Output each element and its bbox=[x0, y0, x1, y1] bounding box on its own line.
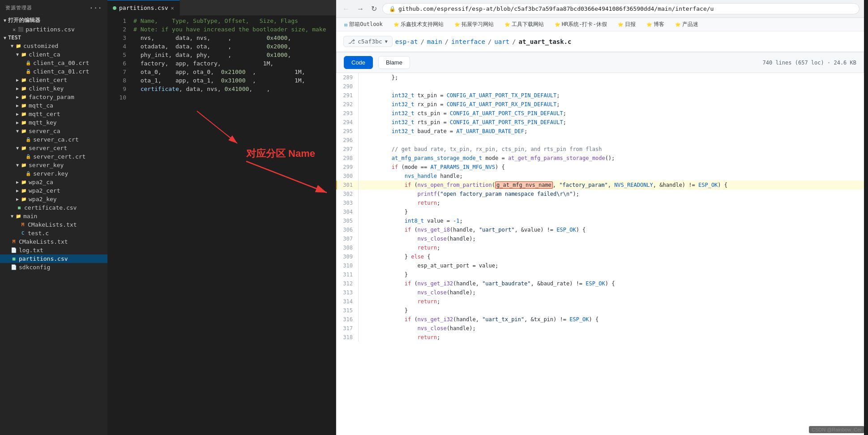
breadcrumb-interface[interactable]: interface bbox=[451, 38, 485, 45]
bookmark-product-label: 产品迷 bbox=[682, 21, 698, 28]
browser-forward-btn[interactable]: → bbox=[355, 3, 366, 15]
browser-refresh-btn[interactable]: ↻ bbox=[369, 3, 379, 15]
bookmark-blog[interactable]: ⭐ 博客 bbox=[643, 20, 668, 29]
bookmarks-bar: ✉ 部箱Outlook ⭐ 乐鑫技术支持网站 ⭐ 拓展学习网站 ⭐ 工具下载网站… bbox=[336, 18, 864, 31]
folder-client-key-label: client_key bbox=[29, 85, 64, 92]
address-bar[interactable]: 🔒 github.com/espressif/esp-at/blob/c5af3… bbox=[382, 3, 859, 14]
csv-dot bbox=[113, 6, 116, 10]
file-partitions-csv[interactable]: ■ partitions.csv bbox=[0, 254, 107, 263]
gh-line-306: 306 if (nvs_get_i8(handle, "uart_port", … bbox=[336, 225, 864, 234]
folder-client-ca[interactable]: ▼ 📁 client_ca bbox=[0, 50, 107, 59]
folder-mqtt-ca-label: mqtt_ca bbox=[29, 102, 53, 109]
tab-blame[interactable]: Blame bbox=[378, 56, 410, 69]
folder-mqtt-ca[interactable]: ▶ 📁 mqtt_ca bbox=[0, 101, 107, 110]
code-line-5: phy_init, data, phy, , 0x1000, bbox=[133, 51, 336, 59]
bookmark-product[interactable]: ⭐ 产品迷 bbox=[671, 20, 702, 29]
sidebar: 资源管理器 ··· ▼ 打开的编辑器 ✕ ⬛ partitions.csv ▼ … bbox=[0, 0, 107, 435]
file-test-c[interactable]: C test.c bbox=[0, 229, 107, 237]
file-client-ca-00[interactable]: 🔒 client_ca_00.crt bbox=[0, 59, 107, 67]
folder-customized[interactable]: ▼ 📁 customized bbox=[0, 42, 107, 50]
breadcrumb-main[interactable]: main bbox=[427, 38, 442, 45]
file-sdkconfig[interactable]: 📄 sdkconfig bbox=[0, 263, 107, 271]
github-code-view[interactable]: 289 }; 290 291 int32_t tx_pin = CONFIG_A… bbox=[336, 73, 864, 387]
open-editors-arrow: ▼ bbox=[4, 18, 6, 23]
m-icon-cmakelists-root: M bbox=[11, 239, 17, 245]
file-certificate-csv[interactable]: ■ certificate.csv bbox=[0, 203, 107, 212]
github-breadcrumb: ⎇ c5af3bc ▼ esp-at / main / interface / … bbox=[336, 31, 864, 52]
folder-client-cert[interactable]: ▶ 📁 client_cert bbox=[0, 76, 107, 84]
tab-code[interactable]: Code bbox=[344, 56, 373, 69]
bookmark-blog-label: 博客 bbox=[654, 21, 664, 28]
ln-8: 8 bbox=[107, 76, 126, 85]
file-server-key[interactable]: 🔒 server.key bbox=[0, 169, 107, 178]
file-server-ca-crt[interactable]: 🔒 server_ca.crt bbox=[0, 135, 107, 144]
folder-main[interactable]: ▼ 📁 main bbox=[0, 212, 107, 220]
file-log-txt[interactable]: 📄 log.txt bbox=[0, 246, 107, 254]
gh-line-290: 290 bbox=[336, 82, 864, 91]
lock-icon-server-cert: 🔒 bbox=[25, 154, 31, 160]
folder-wpa2-cert[interactable]: ▶ 📁 wpa2_cert bbox=[0, 186, 107, 195]
m-icon-cmakelists-main: M bbox=[20, 222, 26, 228]
folder-mqtt-cert[interactable]: ▶ 📁 mqtt_cert bbox=[0, 110, 107, 118]
tools-icon: ⭐ bbox=[505, 22, 510, 27]
bookmark-daily[interactable]: ⭐ 日报 bbox=[614, 20, 639, 29]
file-client-ca-01[interactable]: 🔒 client_ca_01.crt bbox=[0, 67, 107, 76]
file-server-cert-crt-label: server_cert.crt bbox=[33, 153, 86, 160]
folder-mqtt-key[interactable]: ▶ 📁 mqtt_key bbox=[0, 118, 107, 127]
folder-factory-param[interactable]: ▶ 📁 factory_param bbox=[0, 93, 107, 101]
file-log-txt-label: log.txt bbox=[19, 247, 43, 254]
folder-server-key[interactable]: ▼ 📁 server_key bbox=[0, 161, 107, 169]
line-numbers: 1 2 3 4 5 6 7 8 9 10 bbox=[107, 16, 130, 435]
test-section[interactable]: ▼ TEST bbox=[0, 34, 107, 42]
bookmark-tools[interactable]: ⭐ 工具下载网站 bbox=[501, 20, 547, 29]
sidebar-scroll[interactable]: ▼ 打开的编辑器 ✕ ⬛ partitions.csv ▼ TEST ▼ 📁 c… bbox=[0, 16, 107, 435]
file-cmakelists-main[interactable]: M CMakeLists.txt bbox=[0, 220, 107, 229]
folder-server-cert[interactable]: ▼ 📁 server_cert bbox=[0, 144, 107, 152]
file-server-cert-crt[interactable]: 🔒 server_cert.crt bbox=[0, 152, 107, 161]
breadcrumb-esp-at[interactable]: esp-at bbox=[395, 38, 418, 45]
open-editors-section[interactable]: ▼ 打开的编辑器 bbox=[0, 16, 107, 25]
close-icon[interactable]: ✕ bbox=[13, 26, 16, 33]
sep-4: / bbox=[512, 38, 516, 45]
folder-client-key[interactable]: ▶ 📁 client_key bbox=[0, 84, 107, 93]
bookmark-lx-tech[interactable]: ⭐ 乐鑫技术支持网站 bbox=[390, 20, 447, 29]
editor-tab-partitions[interactable]: partitions.csv ✕ bbox=[107, 0, 180, 16]
code-line-10 bbox=[133, 93, 336, 102]
sidebar-menu-btn[interactable]: ··· bbox=[89, 4, 102, 12]
branch-selector[interactable]: ⎇ c5af3bc ▼ bbox=[343, 36, 393, 47]
gh-line-312: 312 if (nvs_get_i32(handle, "uart_baudra… bbox=[336, 279, 864, 288]
ln-10: 10 bbox=[107, 93, 126, 102]
lx-tech-icon: ⭐ bbox=[393, 22, 399, 27]
editor-tab-close[interactable]: ✕ bbox=[171, 5, 174, 11]
folder-server-ca[interactable]: ▼ 📁 server_ca bbox=[0, 127, 107, 135]
ln-4: 4 bbox=[107, 42, 126, 51]
code-line-8: ota_1, app, ota_1, 0x31000 , 1M, bbox=[133, 76, 336, 85]
annotation-area: partitions.csv ✕ 1 2 3 4 5 6 7 8 9 10 # … bbox=[107, 0, 336, 435]
ln-6: 6 bbox=[107, 59, 126, 68]
folder-icon-factory-param: 📁 bbox=[21, 94, 27, 100]
bookmark-daily-label: 日报 bbox=[625, 21, 636, 28]
code-editor[interactable]: 1 2 3 4 5 6 7 8 9 10 # Name, Type, SubTy… bbox=[107, 16, 336, 435]
branch-name: c5af3bc bbox=[358, 38, 382, 45]
breadcrumb-uart[interactable]: uart bbox=[494, 38, 509, 45]
folder-wpa2-cert-label: wpa2_cert bbox=[29, 187, 60, 194]
lock-icon-ca00: 🔒 bbox=[25, 60, 31, 66]
folder-wpa2-key[interactable]: ▶ 📁 wpa2_key bbox=[0, 195, 107, 203]
bookmark-outlook[interactable]: ✉ 部箱Outlook bbox=[341, 20, 386, 29]
folder-icon-customized: 📁 bbox=[15, 43, 21, 49]
bookmark-hr[interactable]: ⭐ HR系统-打卡-休假 bbox=[551, 20, 611, 29]
browser-back-btn[interactable]: ← bbox=[341, 3, 351, 15]
bookmark-expand[interactable]: ⭐ 拓展学习网站 bbox=[451, 20, 497, 29]
code-line-1: # Name, Type, SubType, Offset, Size, Fla… bbox=[133, 17, 336, 25]
open-file-partitions-csv[interactable]: ✕ ⬛ partitions.csv bbox=[0, 25, 107, 34]
gh-line-295: 295 int32_t baud_rate = AT_UART_BAUD_RAT… bbox=[336, 127, 864, 136]
folder-mqtt-key-label: mqtt_key bbox=[29, 119, 57, 126]
product-icon: ⭐ bbox=[675, 22, 680, 27]
folder-wpa2-ca[interactable]: ▶ 📁 wpa2_ca bbox=[0, 178, 107, 186]
gh-line-289: 289 }; bbox=[336, 73, 864, 82]
folder-client-ca-label: client_ca bbox=[29, 51, 60, 58]
bookmark-lx-tech-label: 乐鑫技术支持网站 bbox=[401, 21, 444, 28]
test-label: TEST bbox=[8, 34, 21, 41]
folder-customized-arrow: ▼ bbox=[11, 43, 13, 48]
file-cmakelists-root[interactable]: M CMakeLists.txt bbox=[0, 237, 107, 246]
